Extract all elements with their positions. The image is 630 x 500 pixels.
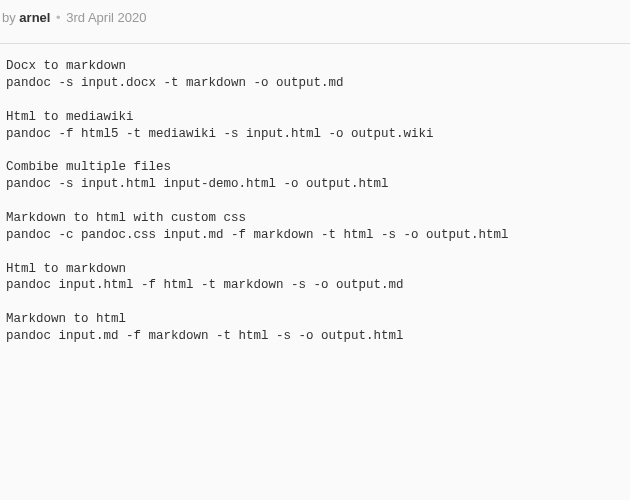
post-date: 3rd April 2020	[66, 10, 146, 25]
code-block: Docx to markdown pandoc -s input.docx -t…	[0, 43, 630, 359]
author-link[interactable]: arnel	[19, 10, 50, 25]
meta-separator: •	[56, 10, 61, 25]
by-label: by	[2, 10, 16, 25]
post-meta: by arnel • 3rd April 2020	[0, 0, 630, 43]
